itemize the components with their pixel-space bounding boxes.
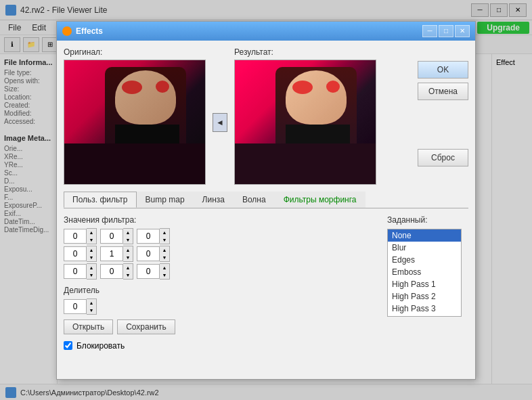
divisor-spin-down[interactable]: ▼ bbox=[87, 307, 96, 314]
matrix-spin-1-0: ▲ ▼ bbox=[87, 246, 97, 262]
matrix-spin-1-2: ▲ ▼ bbox=[160, 246, 170, 262]
matrix-input-2-2[interactable] bbox=[137, 264, 160, 279]
open-button[interactable]: Открыть bbox=[64, 319, 113, 334]
spin-down-0-2[interactable]: ▼ bbox=[160, 236, 169, 244]
preset-none[interactable]: None bbox=[388, 229, 461, 242]
divisor-area: Делитель ▲ ▼ bbox=[64, 286, 374, 314]
preset-blur[interactable]: Blur bbox=[388, 242, 461, 254]
divisor-field[interactable] bbox=[64, 299, 87, 314]
dialog-title-text: Effects bbox=[76, 26, 422, 36]
file-buttons: Открыть Сохранить bbox=[64, 319, 374, 334]
spin-down-0-1[interactable]: ▼ bbox=[123, 236, 133, 244]
result-photo bbox=[235, 60, 376, 184]
result-preview bbox=[234, 60, 376, 185]
matrix-2-0[interactable]: ▲ ▼ bbox=[64, 264, 97, 279]
matrix-spin-0-1: ▲ ▼ bbox=[123, 228, 133, 244]
dialog-controls: ─ □ ✕ bbox=[422, 25, 470, 37]
divisor-spin-up[interactable]: ▲ bbox=[87, 299, 96, 307]
matrix-spin-2-1: ▲ ▼ bbox=[123, 263, 133, 280]
spin-down-2-1[interactable]: ▼ bbox=[123, 271, 133, 279]
filter-area: Значения фильтра: ▲ ▼ bbox=[64, 215, 468, 351]
spin-down-0-0[interactable]: ▼ bbox=[87, 236, 96, 244]
original-label: Оригинал: bbox=[64, 47, 206, 57]
spin-down-2-2[interactable]: ▼ bbox=[160, 271, 169, 279]
matrix-grid: ▲ ▼ ▲ ▼ bbox=[64, 229, 374, 279]
action-buttons: OK Отмена Сброс bbox=[418, 47, 468, 166]
checkbox-row: Блокировать bbox=[64, 341, 374, 351]
dialog-icon bbox=[62, 26, 72, 36]
preset-area: Заданный: None Blur Edges Emboss High Pa… bbox=[387, 215, 468, 351]
tab-bar: Польз. фильтр Bump map Линза Волна Фильт… bbox=[64, 192, 468, 208]
spin-up-0-1[interactable]: ▲ bbox=[123, 229, 133, 236]
matrix-1-1[interactable]: ▲ ▼ bbox=[100, 246, 134, 261]
preset-lowpass1[interactable]: Low Pass 1 bbox=[388, 315, 461, 317]
spin-up-1-0[interactable]: ▲ bbox=[87, 246, 96, 254]
matrix-1-0[interactable]: ▲ ▼ bbox=[64, 246, 97, 261]
spin-up-2-0[interactable]: ▲ bbox=[87, 264, 96, 271]
preset-emboss[interactable]: Emboss bbox=[388, 266, 461, 278]
original-photo bbox=[64, 60, 205, 184]
tab-bump-map[interactable]: Bump map bbox=[137, 192, 194, 208]
dialog-maximize[interactable]: □ bbox=[439, 25, 453, 37]
matrix-spin-1-1: ▲ ▼ bbox=[123, 246, 133, 262]
original-preview bbox=[64, 60, 206, 185]
matrix-input-1-1[interactable] bbox=[100, 246, 123, 261]
matrix-input-1-2[interactable] bbox=[137, 246, 160, 261]
tab-custom-filter[interactable]: Польз. фильтр bbox=[64, 192, 137, 208]
lock-label[interactable]: Блокировать bbox=[76, 341, 125, 351]
ok-button[interactable]: OK bbox=[418, 61, 468, 79]
matrix-spin-0-2: ▲ ▼ bbox=[160, 228, 170, 244]
spin-down-1-1[interactable]: ▼ bbox=[123, 254, 133, 261]
spin-down-1-2[interactable]: ▼ bbox=[160, 254, 169, 261]
dialog-title-bar: Effects ─ □ ✕ bbox=[57, 22, 475, 41]
matrix-input-1-0[interactable] bbox=[64, 246, 87, 261]
divisor-label: Делитель bbox=[64, 286, 374, 295]
preset-list[interactable]: None Blur Edges Emboss High Pass 1 High … bbox=[387, 229, 462, 317]
spin-up-0-2[interactable]: ▲ bbox=[160, 229, 169, 236]
matrix-input-2-1[interactable] bbox=[100, 264, 123, 279]
preset-highpass1[interactable]: High Pass 1 bbox=[388, 278, 461, 290]
matrix-1-2[interactable]: ▲ ▼ bbox=[137, 246, 171, 261]
result-section: Результат: bbox=[234, 47, 376, 185]
dialog-body: Оригинал: bbox=[57, 41, 475, 357]
preview-area: Оригинал: bbox=[64, 47, 468, 185]
preset-edges[interactable]: Edges bbox=[388, 254, 461, 266]
cancel-button[interactable]: Отмена bbox=[418, 83, 468, 100]
dialog-close[interactable]: ✕ bbox=[455, 25, 470, 37]
preset-highpass3[interactable]: High Pass 3 bbox=[388, 303, 461, 315]
spin-up-0-0[interactable]: ▲ bbox=[87, 229, 96, 236]
tab-wave[interactable]: Волна bbox=[234, 192, 275, 208]
preset-label: Заданный: bbox=[387, 215, 468, 225]
matrix-input-0-1[interactable] bbox=[100, 229, 123, 244]
matrix-input-0-0[interactable] bbox=[64, 229, 87, 244]
effects-dialog: Effects ─ □ ✕ Оригинал: bbox=[56, 21, 476, 380]
modal-overlay: Effects ─ □ ✕ Оригинал: bbox=[0, 0, 532, 400]
reset-button[interactable]: Сброс bbox=[418, 149, 468, 166]
spin-up-2-1[interactable]: ▲ bbox=[123, 264, 133, 271]
divisor-spin: ▲ ▼ bbox=[87, 298, 97, 315]
result-label: Результат: bbox=[234, 47, 376, 57]
spin-up-2-2[interactable]: ▲ bbox=[160, 264, 169, 271]
save-button[interactable]: Сохранить bbox=[117, 319, 175, 334]
lock-checkbox[interactable] bbox=[64, 341, 72, 350]
divisor-input[interactable]: ▲ ▼ bbox=[64, 299, 97, 314]
matrix-input-2-0[interactable] bbox=[64, 264, 87, 279]
matrix-2-2[interactable]: ▲ ▼ bbox=[137, 264, 171, 279]
matrix-spin-0-0: ▲ ▼ bbox=[87, 228, 97, 244]
matrix-0-1[interactable]: ▲ ▼ bbox=[100, 229, 134, 244]
matrix-input-0-2[interactable] bbox=[137, 229, 160, 244]
preset-highpass2[interactable]: High Pass 2 bbox=[388, 290, 461, 303]
spin-down-1-0[interactable]: ▼ bbox=[87, 254, 96, 261]
dialog-minimize[interactable]: ─ bbox=[422, 25, 437, 37]
spin-up-1-1[interactable]: ▲ bbox=[123, 246, 133, 254]
spin-up-1-2[interactable]: ▲ bbox=[160, 246, 169, 254]
original-section: Оригинал: bbox=[64, 47, 206, 185]
tab-morph[interactable]: Фильтры морфинга bbox=[275, 192, 365, 208]
matrix-0-0[interactable]: ▲ ▼ bbox=[64, 229, 97, 244]
transfer-arrow-button[interactable]: ◄ bbox=[213, 113, 227, 132]
tab-lens[interactable]: Линза bbox=[194, 192, 234, 208]
spin-down-2-0[interactable]: ▼ bbox=[87, 271, 96, 279]
matrix-0-2[interactable]: ▲ ▼ bbox=[137, 229, 171, 244]
matrix-2-1[interactable]: ▲ ▼ bbox=[100, 264, 134, 279]
filter-values-label: Значения фильтра: bbox=[64, 215, 374, 225]
